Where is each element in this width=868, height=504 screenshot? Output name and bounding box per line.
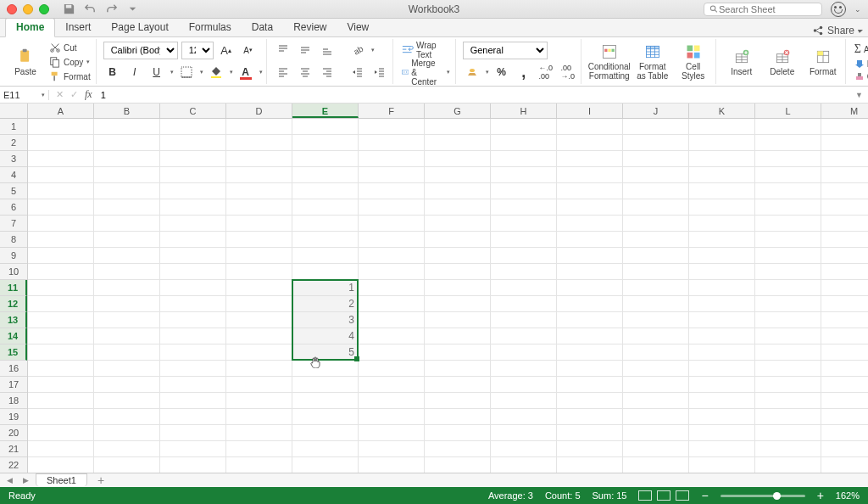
cell-A3[interactable]	[28, 151, 94, 167]
sheet-tab-active[interactable]: Sheet1	[36, 473, 87, 486]
cut-button[interactable]: Cut	[47, 41, 92, 54]
cell-D20[interactable]	[226, 425, 292, 441]
align-middle-button[interactable]	[296, 41, 314, 59]
cell-A22[interactable]	[28, 457, 94, 473]
row-header-5[interactable]: 5	[0, 183, 27, 199]
cell-A1[interactable]	[28, 119, 94, 135]
cell-L2[interactable]	[755, 135, 821, 151]
cell-B3[interactable]	[94, 151, 160, 167]
cell-I1[interactable]	[557, 119, 623, 135]
cell-A17[interactable]	[28, 377, 94, 393]
cell-L18[interactable]	[755, 393, 821, 409]
save-icon[interactable]	[63, 3, 75, 15]
cell-H1[interactable]	[491, 119, 557, 135]
cell-I19[interactable]	[557, 409, 623, 425]
cell-K19[interactable]	[689, 409, 755, 425]
cell-H4[interactable]	[491, 167, 557, 183]
cell-J6[interactable]	[623, 199, 689, 216]
cell-E22[interactable]	[292, 457, 359, 473]
cell-H14[interactable]	[491, 328, 557, 344]
cell-K1[interactable]	[689, 119, 755, 135]
cell-B1[interactable]	[94, 119, 160, 135]
row-header-22[interactable]: 22	[0, 457, 27, 473]
zoom-slider[interactable]	[721, 495, 805, 497]
cell-H13[interactable]	[491, 312, 557, 328]
cell-B22[interactable]	[94, 457, 160, 473]
cell-J15[interactable]	[623, 344, 689, 361]
cell-I20[interactable]	[557, 425, 623, 441]
cell-A13[interactable]	[28, 312, 94, 328]
titlebar-chevron-icon[interactable]: ⌄	[854, 5, 861, 14]
cell-G2[interactable]	[425, 135, 491, 151]
cell-G15[interactable]	[425, 344, 491, 361]
cell-A2[interactable]	[28, 135, 94, 151]
row-header-19[interactable]: 19	[0, 409, 27, 425]
cell-D15[interactable]	[226, 344, 292, 361]
cell-D2[interactable]	[226, 135, 292, 151]
cell-G16[interactable]	[425, 361, 491, 377]
cell-C16[interactable]	[160, 361, 226, 377]
cell-A21[interactable]	[28, 441, 94, 457]
cell-H5[interactable]	[491, 183, 557, 199]
increase-indent-button[interactable]	[370, 63, 389, 81]
cell-G18[interactable]	[425, 393, 491, 409]
cell-H16[interactable]	[491, 361, 557, 377]
cell-A11[interactable]	[28, 280, 94, 296]
cell-L1[interactable]	[755, 119, 821, 135]
cell-C12[interactable]	[160, 296, 226, 312]
cell-I3[interactable]	[557, 151, 623, 167]
cell-C8[interactable]	[160, 232, 226, 248]
column-header-F[interactable]: F	[359, 104, 425, 118]
cell-M17[interactable]	[821, 377, 868, 393]
font-name-select[interactable]: Calibri (Body)	[103, 42, 178, 59]
cell-E17[interactable]	[292, 377, 359, 393]
autosum-button[interactable]: ΣAutoSum▾	[853, 42, 868, 57]
cell-C7[interactable]	[160, 216, 226, 232]
row-header-1[interactable]: 1	[0, 119, 27, 135]
cell-J5[interactable]	[623, 183, 689, 199]
cell-B4[interactable]	[94, 167, 160, 183]
font-color-button[interactable]: A	[236, 63, 255, 81]
cell-H6[interactable]	[491, 199, 557, 216]
cell-C15[interactable]	[160, 344, 226, 361]
cell-D13[interactable]	[226, 312, 292, 328]
cell-G6[interactable]	[425, 199, 491, 216]
cell-L14[interactable]	[755, 328, 821, 344]
cell-H20[interactable]	[491, 425, 557, 441]
cell-C20[interactable]	[160, 425, 226, 441]
row-header-8[interactable]: 8	[0, 232, 27, 248]
cell-A8[interactable]	[28, 232, 94, 248]
view-mode-icons[interactable]	[638, 490, 689, 501]
cell-J18[interactable]	[623, 393, 689, 409]
cell-D5[interactable]	[226, 183, 292, 199]
cell-E21[interactable]	[292, 441, 359, 457]
row-header-16[interactable]: 16	[0, 361, 27, 377]
toolbar-overflow-icon[interactable]	[126, 3, 139, 15]
cell-K14[interactable]	[689, 328, 755, 344]
row-header-10[interactable]: 10	[0, 264, 27, 280]
sheet-nav-next[interactable]: ▶	[19, 476, 32, 484]
cells-canvas[interactable]: 12345	[28, 119, 868, 473]
cell-M16[interactable]	[821, 361, 868, 377]
cell-E5[interactable]	[292, 183, 359, 199]
cell-E1[interactable]	[292, 119, 359, 135]
undo-icon[interactable]	[84, 3, 97, 15]
cell-L11[interactable]	[755, 280, 821, 296]
cell-A15[interactable]	[28, 344, 94, 361]
cell-F15[interactable]	[359, 344, 425, 361]
fill-color-button[interactable]	[207, 63, 225, 81]
cell-D1[interactable]	[226, 119, 292, 135]
cell-J17[interactable]	[623, 377, 689, 393]
cell-C6[interactable]	[160, 199, 226, 216]
row-header-12[interactable]: 12	[0, 296, 27, 312]
cell-D16[interactable]	[226, 361, 292, 377]
row-header-6[interactable]: 6	[0, 199, 27, 216]
cell-F14[interactable]	[359, 328, 425, 344]
cell-F6[interactable]	[359, 199, 425, 216]
cell-F3[interactable]	[359, 151, 425, 167]
tab-data[interactable]: Data	[242, 19, 283, 36]
cell-K8[interactable]	[689, 232, 755, 248]
cell-H19[interactable]	[491, 409, 557, 425]
cell-H17[interactable]	[491, 377, 557, 393]
cell-G19[interactable]	[425, 409, 491, 425]
